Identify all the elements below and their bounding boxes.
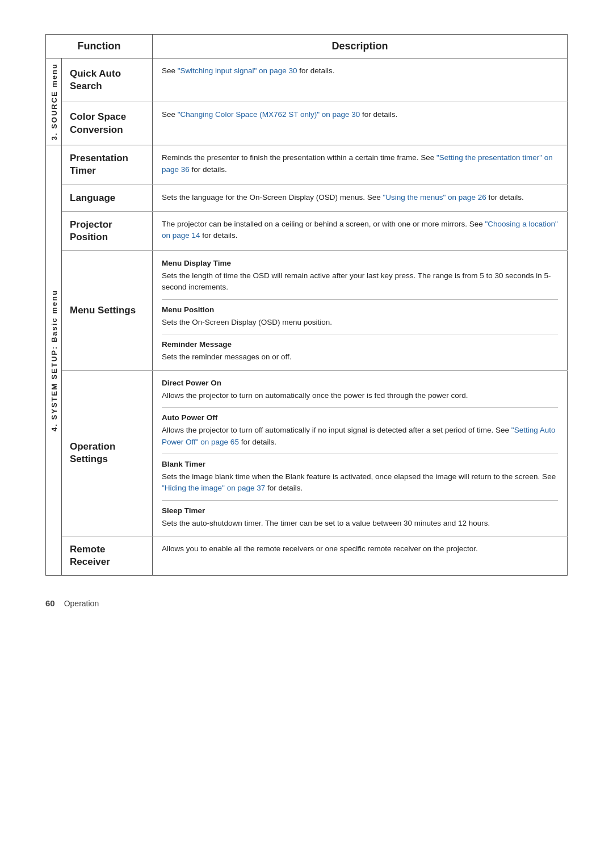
function-cell: Menu Settings (62, 250, 153, 370)
sub-section: Blank TimerSets the image blank time whe… (162, 454, 558, 494)
sub-heading: Auto Power Off (162, 412, 558, 423)
sub-section: Menu PositionSets the On-Screen Display … (162, 299, 558, 329)
sub-section: Sleep TimerSets the auto-shutdown timer.… (162, 500, 558, 530)
description-cell: Menu Display TimeSets the length of time… (153, 250, 568, 370)
function-cell: Quick Auto Search (62, 58, 153, 102)
sub-heading: Menu Display Time (162, 258, 558, 269)
sub-text: Sets the auto-shutdown timer. The timer … (162, 518, 558, 529)
function-cell: Projector Position (62, 211, 153, 250)
function-cell: Remote Receiver (62, 536, 153, 576)
function-header: Function (46, 35, 153, 58)
sub-text: Sets the image blank time when the Blank… (162, 471, 558, 494)
function-cell: Language (62, 184, 153, 211)
sub-text: Allows the projector to turn on automati… (162, 390, 558, 401)
page-content: Function Description 3. SOURCE menuQuick… (45, 34, 568, 608)
function-name: Quick Auto Search (70, 68, 144, 93)
footer: 60 Operation (45, 598, 568, 608)
sub-heading: Direct Power On (162, 378, 558, 389)
table-row: 4. SYSTEM SETUP: Basic menuPresentation … (46, 145, 568, 184)
sub-section: Reminder MessageSets the reminder messag… (162, 334, 558, 363)
description-cell: Direct Power OnAllows the projector to t… (153, 370, 568, 536)
function-name: Menu Settings (70, 304, 144, 317)
table-row: 3. SOURCE menuQuick Auto SearchSee "Swit… (46, 58, 568, 102)
description-header: Description (153, 35, 568, 58)
function-cell: Color Space Conversion (62, 102, 153, 145)
page-number: 60 (45, 598, 55, 608)
sub-heading: Sleep Timer (162, 505, 558, 517)
sub-heading: Menu Position (162, 304, 558, 316)
sub-heading: Blank Timer (162, 459, 558, 470)
description-cell: See "Changing Color Space (MX762 ST only… (153, 102, 568, 145)
sub-section: Auto Power OffAllows the projector to tu… (162, 407, 558, 448)
table-header: Function Description (46, 35, 568, 58)
sub-text: Sets the reminder messages on or off. (162, 351, 558, 363)
table-row: Color Space ConversionSee "Changing Colo… (46, 102, 568, 145)
function-cell: Operation Settings (62, 370, 153, 536)
function-name: Remote Receiver (70, 543, 144, 568)
function-name: Operation Settings (70, 441, 144, 466)
table-row: LanguageSets the language for the On-Scr… (46, 184, 568, 211)
sub-text: Allows the projector to turn off automat… (162, 425, 558, 448)
sub-section: Direct Power OnAllows the projector to t… (162, 378, 558, 402)
sub-heading: Reminder Message (162, 339, 558, 350)
function-name: Presentation Timer (70, 152, 144, 177)
footer-label: Operation (64, 599, 99, 608)
description-cell: See "Switching input signal" on page 30 … (153, 58, 568, 102)
sidebar-system: 4. SYSTEM SETUP: Basic menu (46, 145, 62, 576)
function-cell: Presentation Timer (62, 145, 153, 184)
function-name: Color Space Conversion (70, 111, 144, 136)
table-row: Menu SettingsMenu Display TimeSets the l… (46, 250, 568, 370)
main-table: Function Description 3. SOURCE menuQuick… (45, 34, 568, 576)
description-cell: Sets the language for the On-Screen Disp… (153, 184, 568, 211)
function-name: Language (70, 192, 144, 204)
table-row: Operation SettingsDirect Power OnAllows … (46, 370, 568, 536)
description-cell: Allows you to enable all the remote rece… (153, 536, 568, 576)
description-cell: The projector can be installed on a ceil… (153, 211, 568, 250)
table-row: Projector PositionThe projector can be i… (46, 211, 568, 250)
sub-section: Menu Display TimeSets the length of time… (162, 258, 558, 293)
function-name: Projector Position (70, 219, 144, 244)
sidebar-source: 3. SOURCE menu (46, 58, 62, 145)
sub-text: Sets the length of time the OSD will rem… (162, 270, 558, 293)
sub-text: Sets the On-Screen Display (OSD) menu po… (162, 317, 558, 328)
description-cell: Reminds the presenter to finish the pres… (153, 145, 568, 184)
table-row: Remote ReceiverAllows you to enable all … (46, 536, 568, 576)
